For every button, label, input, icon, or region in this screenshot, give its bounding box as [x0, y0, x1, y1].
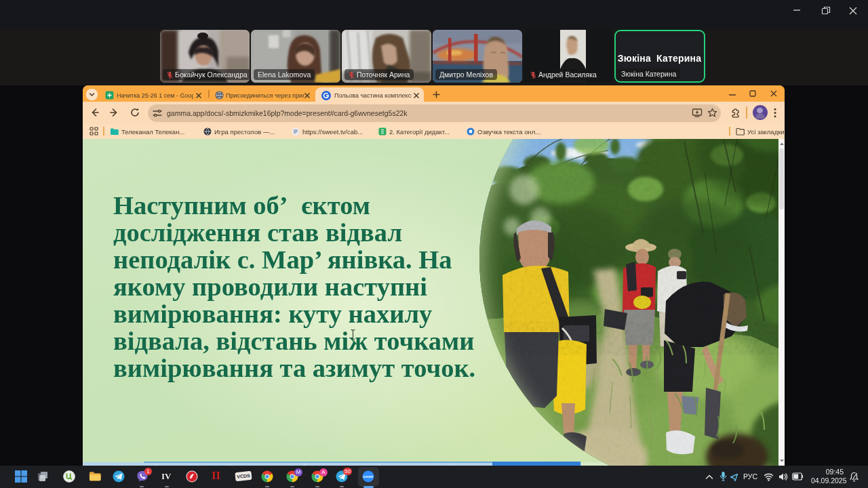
svg-text:zoom: zoom [363, 474, 374, 479]
